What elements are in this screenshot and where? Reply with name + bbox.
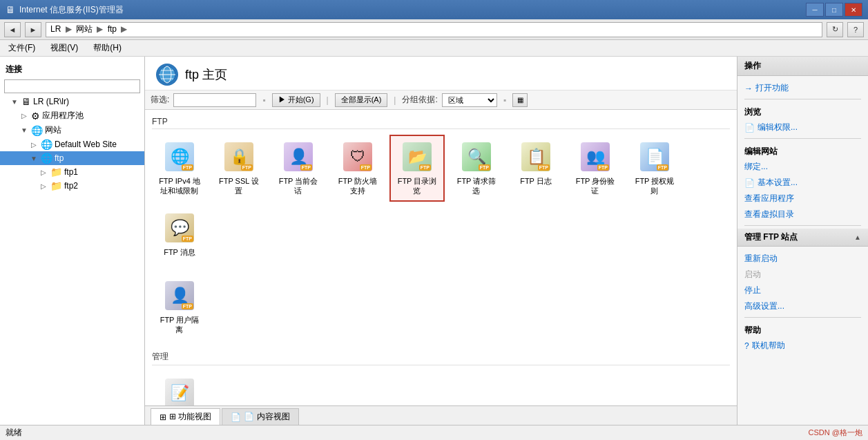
icon-bg-ssl: 🔒 FTP xyxy=(224,142,253,171)
icon-ftp-ssl[interactable]: 🔒 FTP FTP SSL 设置 xyxy=(211,135,267,202)
view-button[interactable]: ▦ xyxy=(512,93,528,107)
icons-area: FTP 🌐 FTP FTP IPv4 地址和域限制 xyxy=(145,110,737,405)
back-button[interactable]: ◄ xyxy=(4,22,21,37)
help-header: 帮助 xyxy=(744,321,861,338)
icon-label-session: FTP 当前会话 xyxy=(279,176,318,196)
icon-bg-ipv4: 🌐 FTP xyxy=(165,142,194,171)
forward-button[interactable]: ► xyxy=(25,22,41,37)
tree-item-sites[interactable]: ▼ 🌐 网站 xyxy=(0,123,144,137)
bind-link[interactable]: 绑定... xyxy=(744,159,861,175)
maximize-button[interactable]: □ xyxy=(825,3,843,17)
ftp-badge-rules: FTP xyxy=(657,164,668,171)
icon-ftp-firewall[interactable]: 🛡 FTP FTP 防火墙支持 xyxy=(330,135,385,202)
path-sep-3: ▶ xyxy=(121,24,127,34)
menu-view[interactable]: 视图(V) xyxy=(46,41,82,55)
lock-icon: 🔒 xyxy=(230,148,249,166)
icon-config-editor[interactable]: 📝 配置编辑器 xyxy=(152,371,207,405)
tree-item-ftp1[interactable]: ▷ 📁 ftp1 xyxy=(0,165,144,179)
icon-ftp-rules[interactable]: 📄 FTP FTP 授权规则 xyxy=(627,135,682,202)
ftp-badge-message: FTP xyxy=(182,236,193,242)
page-title: ftp 主页 xyxy=(185,66,227,83)
tab-content-view[interactable]: 📄 📄 内容视图 xyxy=(222,408,298,425)
browse-section-header: 浏览 xyxy=(744,102,861,119)
icon-bg-firewall: 🛡 FTP xyxy=(343,142,372,171)
manage-ftp-label: 管理 FTP 站点 xyxy=(744,231,798,243)
open-feature-link[interactable]: → 打开功能 xyxy=(744,80,861,96)
icon-box-isolation: 👤 FTP xyxy=(163,279,196,312)
filter-label: 筛选: xyxy=(151,94,169,106)
icon-bg-auth: 👥 FTP xyxy=(581,142,610,171)
close-button[interactable]: ✕ xyxy=(845,3,862,17)
icon-ftp-log[interactable]: 📋 FTP FTP 日志 xyxy=(508,135,563,202)
icon-ftp-isolation[interactable]: 👤 FTP FTP 用户隔离 xyxy=(152,274,207,341)
tab-feature-view[interactable]: ⊞ ⊞ 功能视图 xyxy=(151,408,220,425)
ftp-badge-session: FTP xyxy=(300,164,312,171)
tree-item-ftp2[interactable]: ▷ 📁 ftp2 xyxy=(0,179,144,193)
collapse-icon[interactable]: ▲ xyxy=(854,233,861,241)
icon-ftp-browse[interactable]: 📂 FTP FTP 目录浏览 xyxy=(389,135,445,202)
edit-permissions-link[interactable]: 📄 编辑权限... xyxy=(744,119,861,135)
manage-ftp-header: 管理 FTP 站点 ▲ xyxy=(737,229,868,247)
icon-label-isolation: FTP 用户隔离 xyxy=(160,315,200,335)
show-all-button[interactable]: 全部显示(A) xyxy=(335,93,388,107)
icon-box-rules: 📄 FTP xyxy=(638,140,671,173)
refresh-button[interactable]: ↻ xyxy=(827,22,843,37)
stop-link[interactable]: 停止 xyxy=(744,283,861,298)
basic-settings-label: 基本设置... xyxy=(758,177,798,189)
icon-box-message: 💬 FTP xyxy=(163,211,196,245)
isolation-icon: 👤 xyxy=(171,287,189,305)
start-button[interactable]: ▶ 开始(G) xyxy=(272,93,320,107)
icon-bg-isolation: 👤 FTP xyxy=(165,281,194,310)
config-icon: 📝 xyxy=(171,384,189,402)
tree-item-ftp[interactable]: ▼ 🌐 ftp xyxy=(0,151,144,165)
start-link[interactable]: 启动 xyxy=(744,267,861,283)
icon-ftp-ipv4[interactable]: 🌐 FTP FTP IPv4 地址和域限制 xyxy=(152,135,207,202)
menu-file[interactable]: 文件(F) xyxy=(4,41,39,55)
sidebar-search[interactable] xyxy=(4,79,140,93)
online-help-label: 联机帮助 xyxy=(752,340,785,352)
icon-ftp-message[interactable]: 💬 FTP FTP 消息 xyxy=(152,206,207,262)
right-panel-content: → 打开功能 浏览 📄 编辑权限... 编辑网站 绑定... 📄 基本设置... xyxy=(737,76,868,358)
minimize-button[interactable]: ─ xyxy=(806,3,824,17)
tree-item-defaultsite[interactable]: ▷ 🌐 Default Web Site xyxy=(0,137,144,151)
group-label: 分组依据: xyxy=(402,94,437,106)
ftp-badge-ssl: FTP xyxy=(241,164,253,171)
address-path[interactable]: LR ▶ 网站 ▶ ftp ▶ xyxy=(46,22,822,37)
basic-settings-icon: 📄 xyxy=(744,178,755,188)
icon-ftp-session[interactable]: 👤 FTP FTP 当前会话 xyxy=(271,135,326,202)
menu-help[interactable]: 帮助(H) xyxy=(89,41,126,55)
icon-bg-browse: 📂 FTP xyxy=(403,142,432,171)
address-bar: ◄ ► LR ▶ 网站 ▶ ftp ▶ ↻ ? xyxy=(0,19,868,40)
sites-globe-icon: 🌐 xyxy=(31,125,43,136)
group-select[interactable]: 区域 xyxy=(442,93,497,107)
tree-item-apppool[interactable]: ▷ ⚙ 应用程序池 xyxy=(0,108,144,123)
basic-settings-link[interactable]: 📄 基本设置... xyxy=(744,175,861,191)
icon-ftp-request[interactable]: 🔍 FTP FTP 请求筛选 xyxy=(449,135,504,202)
filter-bar: 筛选: ▪ ▶ 开始(G) | 全部显示(A) | 分组依据: 区域 ▪ ▦ xyxy=(145,90,737,110)
view-apps-link[interactable]: 查看应用程序 xyxy=(744,191,861,207)
tree-label-ftp2: ftp2 xyxy=(64,181,78,191)
filter-sep4: ▪ xyxy=(503,95,506,105)
filter-input[interactable] xyxy=(173,93,256,107)
open-feature-icon: → xyxy=(744,84,753,93)
restart-link[interactable]: 重新启动 xyxy=(744,251,861,267)
icon-bg-config: 📝 xyxy=(165,379,194,405)
tree-label-lr: LR (LR\lr) xyxy=(33,97,69,106)
help-button[interactable]: ? xyxy=(847,22,864,37)
tree-arrow-ftp: ▼ xyxy=(29,155,39,162)
online-help-link[interactable]: ? 联机帮助 xyxy=(744,338,861,354)
icon-box-config: 📝 xyxy=(163,376,196,405)
tree-item-lr[interactable]: ▼ 🖥 LR (LR\lr) xyxy=(0,95,144,108)
view-vdirs-link[interactable]: 查看虚拟目录 xyxy=(744,207,861,222)
edit-permissions-icon: 📄 xyxy=(744,123,755,133)
path-sep-1: ▶ xyxy=(66,24,72,34)
advanced-settings-link[interactable]: 高级设置... xyxy=(744,298,861,314)
ftp-icons-grid: 🌐 FTP FTP IPv4 地址和域限制 🔒 FTP xyxy=(152,135,730,262)
feature-view-icon: ⊞ xyxy=(160,412,166,422)
icon-ftp-auth[interactable]: 👥 FTP FTP 身份验证 xyxy=(568,135,623,202)
filter-sep2: | xyxy=(327,95,329,105)
feature-view-label: ⊞ 功能视图 xyxy=(169,411,211,423)
sidebar-header: 连接 xyxy=(0,61,144,78)
divider-3 xyxy=(744,225,861,226)
filter-sep: ▪ xyxy=(262,95,265,105)
